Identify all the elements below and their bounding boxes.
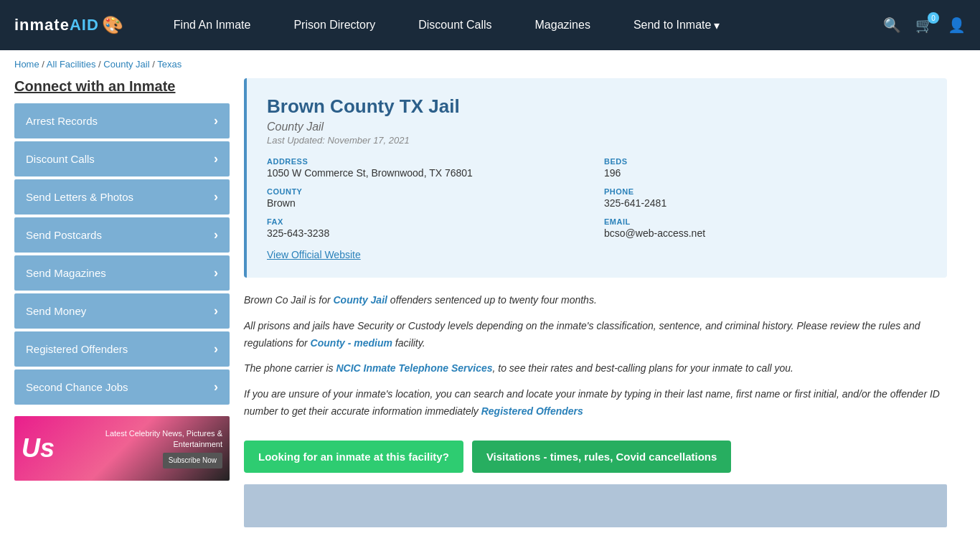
desc-para3: The phone carrier is NCIC Inmate Telepho… [244, 360, 947, 377]
registered-offenders-link[interactable]: Registered Offenders [481, 405, 583, 417]
county-block: COUNTY Brown [267, 187, 590, 209]
nav-magazines[interactable]: Magazines [514, 0, 612, 50]
cart-icon[interactable]: 🛒 0 [915, 17, 933, 34]
logo-text: inmateAID [14, 16, 99, 34]
desc-para1: Brown Co Jail is for County Jail offende… [244, 292, 947, 309]
sidebar-arrow-2: › [214, 189, 218, 204]
navbar-right: 🔍 🛒 0 👤 [883, 17, 966, 34]
description: Brown Co Jail is for County Jail offende… [244, 292, 947, 441]
address-label: ADDRESS [267, 157, 590, 166]
sidebar-title: Connect with an Inmate [14, 78, 230, 95]
cart-badge: 0 [928, 12, 939, 24]
sidebar-label-registered-offenders: Registered Offenders [26, 343, 128, 355]
breadcrumb: Home / All Facilities / County Jail / Te… [0, 50, 980, 78]
main-container: Connect with an Inmate Arrest Records › … [0, 78, 961, 542]
county-medium-link[interactable]: County - medium [311, 337, 392, 349]
desc-para4-prefix: If you are unsure of your inmate's locat… [244, 388, 940, 417]
desc-para3-suffix: , to see their rates and best-calling pl… [493, 362, 793, 374]
ad-tagline: Latest Celebrity News, Pictures & Entert… [55, 428, 222, 451]
sidebar-arrow-0: › [214, 113, 218, 128]
desc-para2-suffix: facility. [392, 337, 425, 349]
desc-para2: All prisons and jails have Security or C… [244, 318, 947, 352]
sidebar-label-send-magazines: Send Magazines [26, 267, 106, 279]
navbar: inmateAID 🎨 Find An Inmate Prison Direct… [0, 0, 980, 50]
fax-value: 325-643-3238 [267, 227, 590, 239]
sidebar-menu: Arrest Records › Discount Calls › Send L… [14, 103, 230, 405]
nav-send-to-inmate-label: Send to Inmate [633, 19, 712, 32]
sidebar-item-second-chance-jobs[interactable]: Second Chance Jobs › [14, 369, 230, 405]
facility-updated: Last Updated: November 17, 2021 [267, 135, 927, 146]
sidebar-arrow-3: › [214, 227, 218, 242]
user-icon[interactable]: 👤 [948, 17, 966, 34]
facility-image [244, 484, 947, 527]
sidebar-label-arrest-records: Arrest Records [26, 115, 98, 127]
phone-block: PHONE 325-641-2481 [604, 187, 927, 209]
visitations-cta-button[interactable]: Visitations - times, rules, Covid cancel… [472, 441, 732, 473]
sidebar-arrow-5: › [214, 303, 218, 319]
breadcrumb-home[interactable]: Home [14, 59, 39, 70]
address-value: 1050 W Commerce St, Brownwood, TX 76801 [267, 167, 590, 179]
ad-logo: Us [22, 435, 55, 461]
sidebar-label-send-letters: Send Letters & Photos [26, 191, 133, 203]
dropdown-arrow-icon: ▾ [714, 19, 720, 32]
facility-name: Brown County TX Jail [267, 95, 927, 118]
logo[interactable]: inmateAID 🎨 [14, 15, 123, 35]
nav-send-to-inmate[interactable]: Send to Inmate ▾ [612, 0, 742, 50]
find-inmate-cta-button[interactable]: Looking for an inmate at this facility? [244, 441, 463, 473]
county-jail-link[interactable]: County Jail [333, 294, 387, 306]
cta-buttons: Looking for an inmate at this facility? … [244, 441, 947, 473]
logo-icon: 🎨 [102, 15, 123, 35]
content-area: Brown County TX Jail County Jail Last Up… [244, 78, 947, 527]
sidebar-item-send-postcards[interactable]: Send Postcards › [14, 217, 230, 253]
sidebar-arrow-7: › [214, 380, 218, 395]
nav-prison-directory[interactable]: Prison Directory [272, 0, 397, 50]
facility-website: View Official Website [267, 249, 927, 260]
ad-content[interactable]: Us Latest Celebrity News, Pictures & Ent… [14, 416, 230, 481]
sidebar-item-registered-offenders[interactable]: Registered Offenders › [14, 331, 230, 367]
phone-label: PHONE [604, 187, 927, 196]
ad-text: Latest Celebrity News, Pictures & Entert… [55, 428, 222, 469]
sidebar-item-discount-calls[interactable]: Discount Calls › [14, 141, 230, 176]
beds-block: BEDS 196 [604, 157, 927, 179]
sidebar: Connect with an Inmate Arrest Records › … [14, 78, 230, 527]
beds-label: BEDS [604, 157, 927, 166]
sidebar-item-arrest-records[interactable]: Arrest Records › [14, 103, 230, 138]
sidebar-item-send-magazines[interactable]: Send Magazines › [14, 255, 230, 291]
facility-card: Brown County TX Jail County Jail Last Up… [244, 78, 947, 278]
email-value: bcso@web-access.net [604, 227, 927, 239]
sidebar-item-send-letters[interactable]: Send Letters & Photos › [14, 179, 230, 215]
nav-discount-calls[interactable]: Discount Calls [397, 0, 513, 50]
sidebar-arrow-4: › [214, 265, 218, 281]
ncic-link[interactable]: NCIC Inmate Telephone Services [336, 362, 492, 374]
ad-subscribe-button[interactable]: Subscribe Now [163, 453, 222, 468]
beds-value: 196 [604, 167, 927, 179]
sidebar-ad: Us Latest Celebrity News, Pictures & Ent… [14, 416, 230, 481]
desc-para4: If you are unsure of your inmate's locat… [244, 386, 947, 420]
breadcrumb-all-facilities[interactable]: All Facilities [47, 59, 96, 70]
email-block: EMAIL bcso@web-access.net [604, 217, 927, 239]
sidebar-arrow-1: › [214, 151, 218, 166]
search-icon[interactable]: 🔍 [883, 17, 901, 34]
sidebar-label-send-money: Send Money [26, 305, 86, 317]
fax-label: FAX [267, 217, 590, 226]
facility-type: County Jail [267, 121, 927, 133]
county-value: Brown [267, 197, 590, 209]
email-label: EMAIL [604, 217, 927, 226]
navbar-links: Find An Inmate Prison Directory Discount… [152, 0, 883, 50]
fax-block: FAX 325-643-3238 [267, 217, 590, 239]
sidebar-label-send-postcards: Send Postcards [26, 229, 102, 241]
sidebar-label-discount-calls: Discount Calls [26, 153, 95, 165]
breadcrumb-texas[interactable]: Texas [157, 59, 182, 70]
desc-para1-suffix: offenders sentenced up to twenty four mo… [387, 294, 597, 306]
address-block: ADDRESS 1050 W Commerce St, Brownwood, T… [267, 157, 590, 179]
breadcrumb-county-jail[interactable]: County Jail [103, 59, 149, 70]
desc-para1-prefix: Brown Co Jail is for [244, 294, 333, 306]
official-website-link[interactable]: View Official Website [267, 249, 361, 260]
phone-value: 325-641-2481 [604, 197, 927, 209]
facility-details: ADDRESS 1050 W Commerce St, Brownwood, T… [267, 157, 927, 239]
sidebar-arrow-6: › [214, 342, 218, 357]
county-label: COUNTY [267, 187, 590, 196]
desc-para3-prefix: The phone carrier is [244, 362, 336, 374]
sidebar-item-send-money[interactable]: Send Money › [14, 293, 230, 329]
nav-find-inmate[interactable]: Find An Inmate [152, 0, 273, 50]
